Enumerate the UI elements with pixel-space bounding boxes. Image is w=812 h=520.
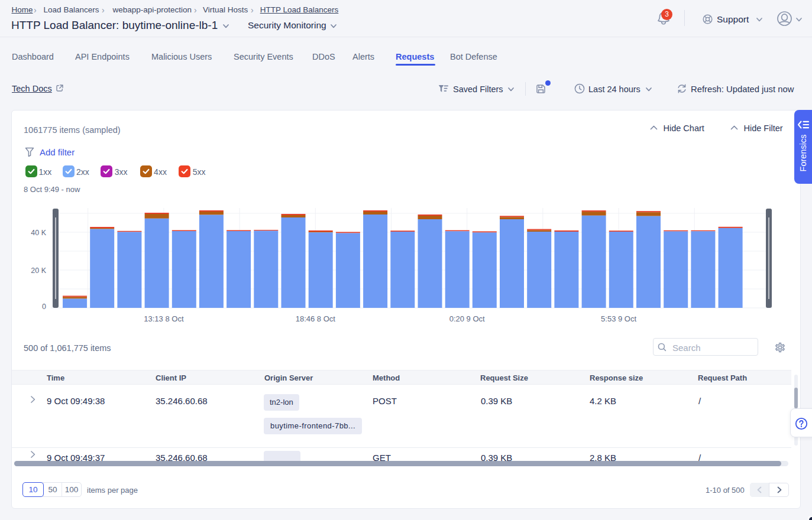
- svg-text:20 K: 20 K: [31, 266, 46, 275]
- svg-text:5:53 9 Oct: 5:53 9 Oct: [601, 314, 636, 323]
- svg-text:18:46 8 Oct: 18:46 8 Oct: [296, 314, 336, 323]
- svg-text:40 K: 40 K: [31, 229, 46, 237]
- svg-text:0:20 9 Oct: 0:20 9 Oct: [449, 314, 485, 323]
- svg-text:0: 0: [42, 303, 46, 311]
- svg-text:13:13 8 Oct: 13:13 8 Oct: [144, 314, 184, 323]
